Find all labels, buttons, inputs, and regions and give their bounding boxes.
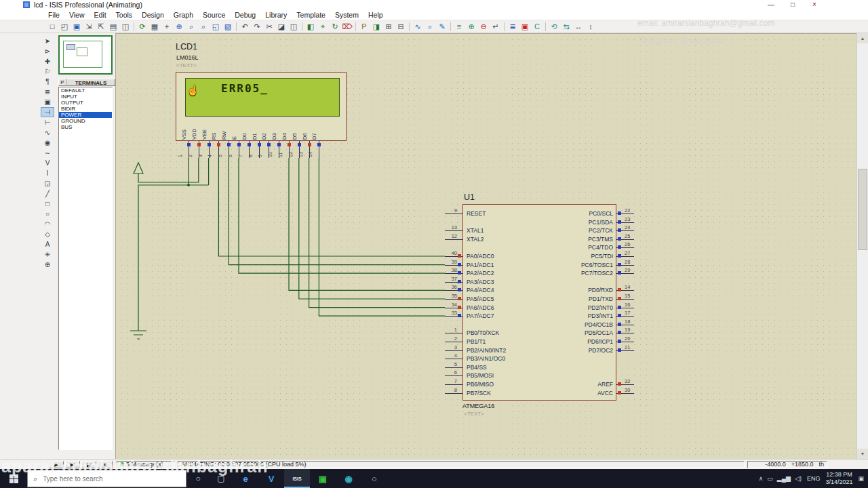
taskbar-app-app-v[interactable]: V [258,469,284,488]
decompose[interactable]: ⊟ [395,21,407,32]
configure-diagnostics[interactable]: ⇆ [560,21,572,32]
cycle-instrumentation[interactable]: ⟲ [548,21,560,32]
subcircuit-mode[interactable]: ▣ [41,97,54,107]
zoom-out[interactable]: ⌕ [197,21,210,32]
mcu-pin-stub[interactable] [445,359,462,359]
junction-dot-mode[interactable]: ✚ [41,56,54,66]
horizontal-snap[interactable]: ↔ [572,21,585,32]
stop-button[interactable]: ■ [98,461,113,468]
2d-box-mode[interactable]: □ [41,199,54,209]
task-view-button[interactable]: ▢ [210,469,233,488]
selection-mode[interactable]: ➤ [41,36,54,46]
mcu-pin-stub[interactable] [445,214,462,214]
battery-icon[interactable]: ▭ [767,475,773,482]
menu-debug[interactable]: Debug [230,10,260,20]
mcu-pin-stub[interactable] [445,375,462,376]
pick-button[interactable]: P [58,79,66,86]
new-design[interactable]: □ [46,21,58,32]
cortana-button[interactable]: ○ [186,469,210,488]
graph-mode[interactable]: ∿ [41,127,54,138]
minimize-button[interactable]: — [765,0,777,9]
save-design[interactable]: ▣ [71,21,83,32]
vertical-snap[interactable]: ↕ [585,21,597,32]
2d-path-mode[interactable]: ◇ [41,229,54,239]
zoom-to-area[interactable]: ▧ [222,21,234,32]
search-and-tag[interactable]: ⌕ [424,21,436,32]
action-center-icon[interactable]: ▣ [858,475,864,482]
terminals-mode[interactable]: ⊣ [41,107,54,117]
taskbar-app-edge[interactable]: e [233,469,258,488]
buses-mode[interactable]: ≣ [41,87,54,97]
language-indicator[interactable]: ENG [807,475,821,482]
component-mode[interactable]: ⊳ [41,46,54,56]
pick-parts[interactable]: P [358,21,370,32]
zoom-in[interactable]: ⌕ [185,21,197,32]
copy[interactable]: ◪ [275,21,288,32]
network-icon[interactable]: ▂▄▆ [777,475,791,482]
menu-graph[interactable]: Graph [169,10,198,20]
hidden-icons-chevron[interactable]: ∧ [759,475,764,482]
mcu-pin-stub[interactable] [445,333,462,333]
virtual-instruments-mode[interactable]: ◲ [41,178,54,188]
2d-circle-mode[interactable]: ○ [41,209,54,219]
open-design[interactable]: ◰ [58,21,71,32]
mcu-reference-label[interactable]: U1 [464,192,475,202]
taskbar-search[interactable]: ⌕ [27,470,186,487]
lcd-reference-label[interactable]: LCD1 [176,42,197,52]
generator-mode[interactable]: ∼ [41,148,54,158]
voltage-probe-mode[interactable]: V [41,158,54,168]
mcu-pin-stub[interactable] [445,342,462,342]
design-explorer[interactable]: ≡ [453,21,465,32]
goto-sheet[interactable]: ↵ [490,21,502,32]
overview-window[interactable] [58,35,113,75]
message-box[interactable]: 5 Message(s) [117,461,175,468]
mcu-pin-stub[interactable] [445,367,462,368]
current-probe-mode[interactable]: I [41,168,54,178]
mcu-pin-stub[interactable] [445,393,462,394]
menu-edit[interactable]: Edit [90,10,111,20]
close-button[interactable]: × [808,0,821,9]
scroll-down-icon[interactable]: ▼ [857,449,868,459]
terminal-type-default[interactable]: DEFAULT [59,87,112,94]
menu-template[interactable]: Template [292,10,330,20]
packaging-tool[interactable]: ⊞ [382,21,395,32]
scrollbar-thumb[interactable] [858,169,867,250]
print-design[interactable]: ▤ [107,21,119,32]
block-copy[interactable]: ◧ [304,21,317,32]
vertical-scrollbar[interactable]: ▲ ▼ [856,33,868,459]
2d-line-mode[interactable]: ╱ [41,188,54,199]
mcu-pin-stub[interactable] [445,230,462,231]
menu-library[interactable]: Library [260,10,292,20]
mcu-pin-stub[interactable] [445,384,462,385]
export-section[interactable]: ⇱ [95,21,107,32]
terminal-type-ground[interactable]: GROUND [59,118,112,124]
refresh-display[interactable]: ⟳ [136,21,149,32]
import-section[interactable]: ⇲ [83,21,95,32]
play-button[interactable]: ▶ [49,461,64,468]
remove-sheet[interactable]: ⊖ [477,21,490,32]
terminal-type-bidir[interactable]: BIDIR [59,106,112,112]
wire-label-mode[interactable]: ⚐ [41,66,54,77]
undo[interactable]: ↶ [239,21,251,32]
toggle-grid[interactable]: ▦ [149,21,161,32]
taskbar-app-proteus-isis[interactable]: ISIS [284,469,310,488]
cut[interactable]: ✂ [263,21,275,32]
scroll-up-icon[interactable]: ▲ [857,33,868,43]
taskbar-app-proteus-ares[interactable]: ▣ [310,469,336,488]
terminal-type-power[interactable]: POWER [59,112,112,118]
mark-output-area[interactable]: ◫ [119,21,132,32]
menu-tools[interactable]: Tools [111,10,138,20]
tape-recorder-mode[interactable]: ◉ [41,138,54,148]
block-move[interactable]: ⌖ [317,21,329,32]
menu-file[interactable]: File [43,10,64,20]
menu-source[interactable]: Source [198,10,230,20]
schematic-canvas[interactable]: LCD1 LM016L <TEXT> ERR05_ ☝ VSS1VDD2VEE3… [115,33,856,459]
menu-view[interactable]: View [64,10,90,20]
taskbar-app-app-circle[interactable]: ○ [361,469,387,488]
toggle-false-origin[interactable]: + [161,21,173,32]
menu-design[interactable]: Design [137,10,169,20]
wire-autorouter[interactable]: ∿ [412,21,424,32]
2d-arc-mode[interactable]: ◠ [41,219,54,229]
taskbar-app-app-teal[interactable]: ◉ [336,469,361,488]
marker-mode[interactable]: ⊕ [41,260,54,270]
